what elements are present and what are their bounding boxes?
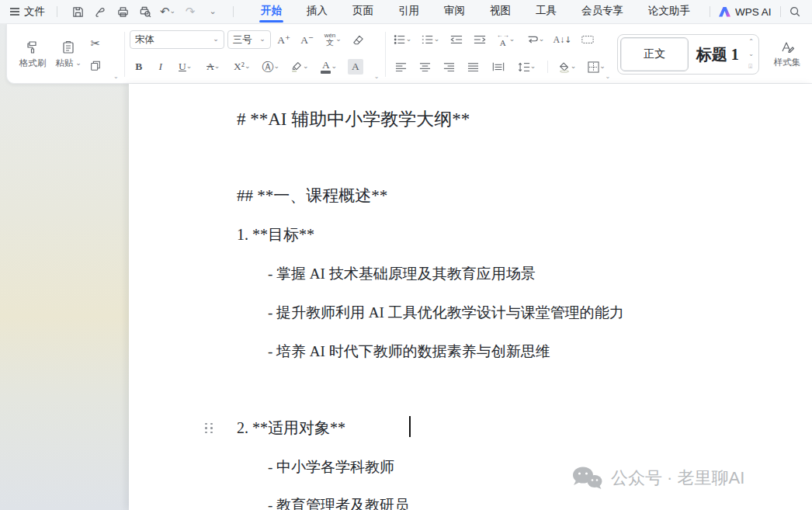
distribute-button[interactable] [487, 58, 510, 75]
doc-numbered-item[interactable]: 2. **适用对象** [237, 418, 345, 439]
tab-page[interactable]: 页面 [340, 0, 386, 23]
increase-indent-icon [474, 34, 486, 45]
paragraph-drag-handle-icon[interactable] [203, 422, 214, 435]
watermark: 公众号 · 老里聊AI [571, 466, 744, 491]
export-pdf-button[interactable] [92, 3, 109, 20]
tab-review[interactable]: 审阅 [432, 0, 477, 23]
superscript-button[interactable]: X²⌄ [229, 58, 255, 75]
doc-dash-item[interactable]: - 培养 AI 时代下教师的数据素养与创新思维 [268, 342, 550, 362]
copy-button[interactable] [86, 57, 105, 75]
sort-button[interactable]: A↓↓ [552, 30, 574, 49]
decrease-font-button[interactable]: A⁻ [297, 30, 318, 49]
tab-tools[interactable]: 工具 [523, 0, 569, 23]
quick-access-more-button[interactable]: ⌄ [204, 3, 221, 20]
paste-button[interactable]: 粘贴 ⌄ [50, 29, 86, 80]
chevron-down-icon: ⌄ [434, 36, 440, 43]
decrease-indent-button[interactable] [446, 30, 467, 49]
justify-button[interactable] [463, 58, 484, 75]
underline-button[interactable]: U⌄ [173, 58, 198, 75]
clear-format-button[interactable] [349, 30, 369, 49]
enclose-character-button[interactable]: Ⓐ⌄ [259, 58, 283, 75]
file-menu-label: 文件 [24, 5, 45, 19]
watermark-text: 公众号 · 老里聊AI [611, 467, 744, 490]
chevron-down-icon: ⌄ [213, 36, 219, 43]
character-shading-button[interactable]: A [345, 58, 366, 75]
redo-button[interactable]: ↷ [182, 3, 199, 20]
doc-heading2[interactable]: ## **一、课程概述** [237, 185, 387, 206]
group-expander-icon[interactable]: ⌄ [606, 73, 611, 80]
save-button[interactable] [69, 3, 86, 20]
print-button[interactable] [114, 3, 131, 20]
doc-numbered-item[interactable]: 1. **目标** [237, 224, 314, 245]
style-heading1-chip[interactable]: 标题 1 [689, 37, 746, 71]
format-painter-label: 格式刷 [19, 57, 47, 69]
ribbon-tabs: 开始 插入 页面 引用 审阅 视图 工具 会员专享 论文助手 [248, 0, 703, 23]
character-scale-button[interactable]: ←→A ⌄ [493, 30, 519, 49]
line-spacing-button[interactable]: ⌄ [513, 58, 541, 75]
style-body-chip[interactable]: 正文 [620, 37, 689, 71]
doc-dash-item[interactable]: - 掌握 AI 技术基础原理及其教育应用场景 [268, 264, 536, 284]
redo-icon: ↷ [186, 6, 196, 18]
cut-button[interactable]: ✂ [86, 34, 105, 53]
tab-membership[interactable]: 会员专享 [569, 0, 636, 23]
distribute-icon [492, 62, 505, 71]
divider [547, 61, 548, 73]
hamburger-icon [9, 7, 20, 16]
strikethrough-button[interactable]: A⌄ [201, 58, 226, 75]
shading-button[interactable]: ⌄ [554, 58, 581, 75]
tab-settings-button[interactable] [577, 30, 599, 49]
align-center-button[interactable] [415, 58, 435, 75]
text-cursor [409, 416, 411, 437]
italic-button[interactable]: I [151, 58, 170, 75]
decrease-indent-icon [450, 34, 463, 45]
bold-button[interactable]: B [130, 58, 148, 75]
format-painter-button[interactable]: 格式刷 [15, 29, 50, 80]
paste-icon [61, 40, 76, 55]
chevron-down-icon: ⌄ [303, 63, 309, 70]
doc-dash-item[interactable]: - 中小学各学科教师 [268, 457, 394, 477]
bullet-list-button[interactable]: ⌄ [390, 30, 415, 49]
group-expander-icon[interactable]: ⌄ [113, 73, 119, 80]
pinyin-guide-button[interactable]: wén文 ⌄ [321, 30, 345, 49]
file-menu-button[interactable]: 文件 [9, 5, 45, 19]
divider [710, 6, 710, 17]
numbered-list-button[interactable]: ⌄ [418, 30, 443, 49]
font-color-button[interactable]: A ⌄ [316, 58, 342, 75]
increase-font-button[interactable]: A⁺ [274, 30, 294, 49]
style-set-button[interactable]: 样式集 [767, 40, 807, 68]
font-name-select[interactable]: 宋体 ⌄ [130, 30, 224, 49]
increase-indent-button[interactable] [470, 30, 490, 49]
align-right-icon [443, 62, 455, 71]
document-page[interactable]: # **AI 辅助中小学教学大纲** ## **一、课程概述** 1. **目标… [129, 84, 812, 510]
style-scroll-down-icon[interactable]: ⌄ [748, 51, 754, 57]
doc-heading1[interactable]: # **AI 辅助中小学教学大纲** [237, 107, 470, 131]
scissors-icon: ✂ [91, 36, 101, 50]
print-preview-button[interactable] [137, 3, 154, 20]
pinyin-icon: wén文 [324, 33, 336, 47]
search-button[interactable] [786, 3, 803, 20]
undo-button[interactable]: ↶⌄ [159, 3, 176, 20]
doc-dash-item[interactable]: - 教育管理者及教研员 [268, 495, 409, 510]
style-scroll-up-icon[interactable]: ⌃ [748, 39, 754, 45]
tab-home[interactable]: 开始 [248, 0, 294, 23]
align-right-button[interactable] [439, 58, 460, 75]
align-left-button[interactable] [390, 58, 411, 75]
chevron-down-icon: ⌄ [170, 8, 176, 15]
highlight-button[interactable]: ⌄ [286, 58, 313, 75]
tab-view[interactable]: 视图 [477, 0, 523, 23]
chevron-down-icon: ⌄ [406, 36, 412, 43]
text-wrap-button[interactable]: ⌄ [522, 30, 549, 49]
font-size-value: 三号 [233, 33, 252, 47]
character-scale-icon: ←→A [497, 33, 509, 47]
chevron-down-icon: ⌄ [331, 63, 337, 70]
chevron-down-icon: ⌄ [530, 63, 536, 70]
tab-reference[interactable]: 引用 [386, 0, 432, 23]
wps-ai-button[interactable]: WPS AI [716, 6, 775, 18]
font-size-select[interactable]: 三号 ⌄ [227, 30, 271, 49]
tab-insert[interactable]: 插入 [294, 0, 340, 23]
doc-dash-item[interactable]: - 提升教师利用 AI 工具优化教学设计与课堂管理的能力 [268, 303, 624, 323]
group-expander-icon[interactable]: ⌄ [374, 73, 380, 80]
paste-label: 粘贴 ⌄ [55, 57, 82, 69]
style-more-icon[interactable]: ⍗ [748, 64, 754, 70]
tab-paper-assistant[interactable]: 论文助手 [636, 0, 703, 23]
